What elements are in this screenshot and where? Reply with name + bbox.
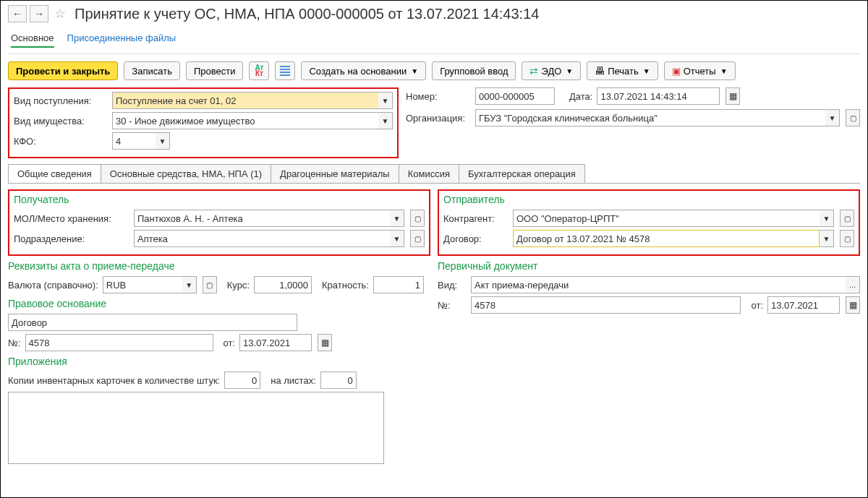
counterparty-open-button[interactable]: ▢ <box>840 210 854 227</box>
rate-input[interactable]: 1,0000 <box>254 276 312 293</box>
legal-basis-input[interactable]: Договор <box>8 314 297 331</box>
print-label: Печать <box>608 66 639 77</box>
counterparty-label: Контрагент: <box>443 213 509 224</box>
pd-num-input[interactable]: 4578 <box>471 296 741 314</box>
rate-label: Курс: <box>227 280 250 291</box>
tab-commission[interactable]: Комиссия <box>399 164 459 183</box>
reports-label: Отчеты <box>684 66 716 77</box>
pd-type-input[interactable]: Акт приема-передачи <box>471 276 846 293</box>
dtkt-button[interactable]: АтКт <box>249 61 269 80</box>
counterparty-dropdown[interactable]: ▼ <box>820 210 834 227</box>
reports-button[interactable]: ▣ Отчеты▼ <box>664 61 736 80</box>
dtkt-icon: АтКт <box>255 65 263 77</box>
pd-type-label: Вид: <box>438 280 467 291</box>
legal-num-label: №: <box>8 338 21 348</box>
legal-title: Правовое основание <box>8 298 430 309</box>
recipient-title: Получатель <box>14 194 425 205</box>
mult-input[interactable]: 1 <box>373 276 424 293</box>
mol-label: МОЛ/Место хранения: <box>14 213 129 224</box>
sheets-label: на листах: <box>271 375 316 386</box>
copies-input[interactable]: 0 <box>224 372 260 389</box>
currency-label: Валюта (справочно): <box>8 280 98 291</box>
legal-from-label: от: <box>224 338 236 348</box>
primary-doc-title: Первичный документ <box>438 260 860 272</box>
mol-open-button[interactable]: ▢ <box>410 210 425 227</box>
edo-icon: ⇄ <box>529 65 538 77</box>
number-label: Номер: <box>406 91 471 102</box>
print-icon: 🖶 <box>595 65 605 77</box>
copies-label: Копии инвентарных карточек в количестве … <box>8 375 220 386</box>
org-label: Организация: <box>406 113 471 124</box>
date-label: Дата: <box>569 91 592 102</box>
tab-precious[interactable]: Драгоценные материалы <box>271 164 399 183</box>
lines-icon <box>280 66 290 76</box>
calendar-icon: ▦ <box>321 338 329 348</box>
counterparty-input[interactable]: ООО "Оператор-ЦРПТ" <box>513 210 820 227</box>
kfo-label: КФО: <box>14 136 108 147</box>
calendar-icon: ▦ <box>849 300 857 310</box>
subnav-main[interactable]: Основное <box>11 33 54 48</box>
edo-button[interactable]: ⇄ ЭДО▼ <box>522 61 581 80</box>
report-icon: ▣ <box>672 66 681 77</box>
property-type-input[interactable]: 30 - Иное движимое имущество <box>112 112 378 129</box>
org-open-button[interactable]: ▢ <box>846 109 860 126</box>
legal-num-input[interactable]: 4578 <box>25 334 213 351</box>
calendar-icon: ▦ <box>729 91 737 101</box>
pd-num-label: №: <box>438 300 467 311</box>
page-title: Принятие к учету ОС, НМА, НПА 0000-00000… <box>75 6 539 22</box>
org-dropdown[interactable]: ▼ <box>825 109 840 126</box>
contract-dropdown[interactable]: ▼ <box>820 230 834 247</box>
number-input[interactable]: 0000-000005 <box>475 87 555 105</box>
sheets-input[interactable]: 0 <box>320 372 357 389</box>
dept-label: Подразделение: <box>14 233 129 244</box>
favorite-star-icon[interactable]: ☆ <box>51 5 69 22</box>
pd-type-more[interactable]: … <box>846 276 860 293</box>
mol-dropdown[interactable]: ▼ <box>390 210 404 227</box>
contract-label: Договор: <box>443 233 509 244</box>
mult-label: Кратность: <box>322 280 369 291</box>
group-input-button[interactable]: Групповой ввод <box>432 61 516 80</box>
save-button[interactable]: Записать <box>124 61 180 80</box>
contract-open-button[interactable]: ▢ <box>840 230 854 247</box>
dept-open-button[interactable]: ▢ <box>410 230 425 247</box>
kfo-dropdown[interactable]: ▼ <box>156 132 170 150</box>
create-based-on-button[interactable]: Создать на основании▼ <box>301 61 426 80</box>
receipt-type-label: Вид поступления: <box>14 95 108 106</box>
act-title: Реквизиты акта о приеме-передаче <box>8 260 430 272</box>
post-button[interactable]: Провести <box>186 61 244 80</box>
subnav-attached-files[interactable]: Присоединенные файлы <box>67 33 176 48</box>
back-button[interactable]: ← <box>8 5 27 22</box>
pd-from-label: от: <box>751 300 763 311</box>
pd-from-input[interactable]: 13.07.2021 <box>767 296 840 314</box>
sender-title: Отправитель <box>443 194 854 205</box>
tab-accounting[interactable]: Бухгалтерская операция <box>459 164 585 183</box>
kfo-input[interactable]: 4 <box>112 132 156 150</box>
currency-open-button[interactable]: ▢ <box>203 276 217 293</box>
print-button[interactable]: 🖶 Печать▼ <box>587 61 658 80</box>
property-type-dropdown[interactable]: ▼ <box>378 112 393 129</box>
dept-dropdown[interactable]: ▼ <box>390 230 404 247</box>
attachments-textarea[interactable] <box>8 392 384 464</box>
legal-from-input[interactable]: 13.07.2021 <box>239 334 312 351</box>
receipt-type-input[interactable]: Поступление на счет 01, 02 <box>112 92 378 109</box>
contract-input[interactable]: Договор от 13.07.2021 № 4578 <box>513 230 820 247</box>
pd-from-calendar[interactable]: ▦ <box>846 296 860 314</box>
mol-input[interactable]: Пантюхов А. Н. - Аптека <box>134 210 390 227</box>
date-calendar-button[interactable]: ▦ <box>726 87 740 105</box>
post-and-close-button[interactable]: Провести и закрыть <box>8 61 118 80</box>
date-input[interactable]: 13.07.2021 14:43:14 <box>597 87 720 105</box>
tab-general[interactable]: Общие сведения <box>8 164 101 183</box>
legal-from-calendar[interactable]: ▦ <box>318 334 332 351</box>
currency-dropdown[interactable]: ▼ <box>182 276 197 293</box>
receipt-type-dropdown[interactable]: ▼ <box>378 92 393 109</box>
forward-button[interactable]: → <box>30 5 48 22</box>
currency-input[interactable]: RUB <box>103 276 182 293</box>
org-input[interactable]: ГБУЗ "Городская клиническая больница" <box>475 109 825 126</box>
lines-button[interactable] <box>275 61 295 80</box>
edo-label: ЭДО <box>541 66 561 77</box>
attachments-title: Приложения <box>8 356 430 367</box>
dept-input[interactable]: Аптека <box>134 230 390 247</box>
property-type-label: Вид имущества: <box>14 116 108 126</box>
create-based-label: Создать на основании <box>309 66 407 77</box>
tab-assets[interactable]: Основные средства, НМА, НПА (1) <box>101 164 271 183</box>
